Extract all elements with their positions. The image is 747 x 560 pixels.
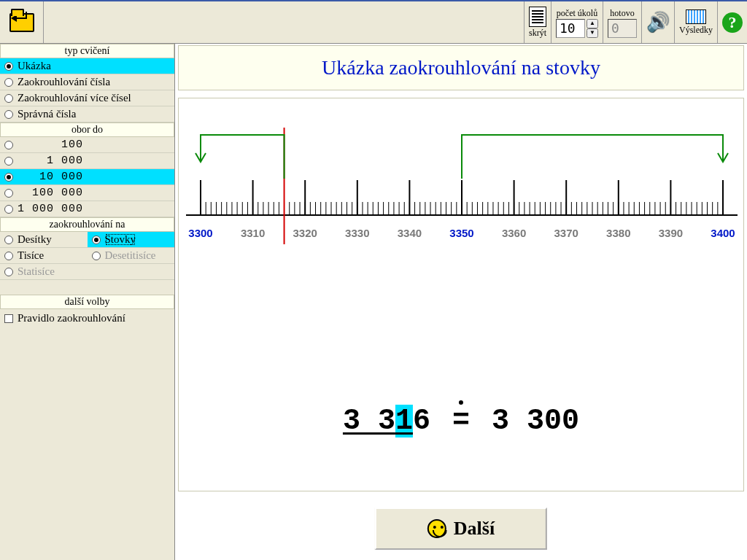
section-options-title: další volby <box>0 295 174 309</box>
barchart-icon <box>686 9 706 24</box>
section-range-title: obor do <box>0 122 174 137</box>
results-button[interactable]: Výsledky <box>674 1 717 43</box>
sidebar: typ cvičení UkázkaZaokrouhlování číslaZa… <box>0 44 175 560</box>
svg-text:3320: 3320 <box>293 227 317 239</box>
section-round-title: zaokrouhlování na <box>0 217 174 232</box>
radio-icon <box>4 141 13 149</box>
type-option-3[interactable]: Správná čísla <box>0 106 174 122</box>
range-option-1[interactable]: 1 000 <box>0 153 174 169</box>
radio-icon <box>92 252 101 260</box>
open-folder-button[interactable] <box>0 1 44 43</box>
checkbox-icon <box>4 314 13 323</box>
sound-button[interactable]: 🔊 <box>641 1 674 43</box>
round-hundreds[interactable]: Stovky <box>88 232 175 248</box>
round-label: Desetitisíce <box>105 249 156 262</box>
number-line-canvas: 3300331033203330334033503360337033803390… <box>178 98 744 491</box>
rounding-rule-checkbox[interactable]: Pravidlo zaokrouhlování <box>0 309 174 327</box>
range-option-label: 100 <box>18 139 83 151</box>
round-tens[interactable]: Desítky <box>0 232 88 248</box>
type-option-1[interactable]: Zaokrouhlování čísla <box>0 74 174 90</box>
range-option-4[interactable]: 1 000 000 <box>0 201 174 217</box>
radio-icon <box>4 78 13 87</box>
round-label: Desítky <box>18 233 52 246</box>
top-toolbar: skrýt počet úkolů ▲ ▼ hotovo 🔊 Výsledky … <box>0 0 747 44</box>
eq-highlight: 1 <box>395 405 413 438</box>
type-option-label: Zaokrouhlování více čísel <box>18 92 131 104</box>
radio-icon <box>4 157 13 166</box>
content-pane: Ukázka zaokrouhlování na stovky 33003310… <box>175 44 747 560</box>
radio-icon <box>4 236 13 244</box>
svg-text:3380: 3380 <box>606 227 630 239</box>
radio-icon <box>4 110 13 119</box>
done-label: hotovo <box>610 8 634 19</box>
task-count-down[interactable]: ▼ <box>587 28 598 38</box>
hide-label: skrýt <box>529 28 546 39</box>
svg-text:3400: 3400 <box>711 227 735 239</box>
help-button[interactable]: ? <box>717 1 747 43</box>
done-output <box>608 19 637 38</box>
round-label: Stovky <box>105 233 136 246</box>
round-thousands[interactable]: Tisíce <box>0 248 88 264</box>
round-label: Statisíce <box>18 265 55 278</box>
folder-up-icon <box>9 13 34 32</box>
radio-icon <box>4 173 13 182</box>
task-count-up[interactable]: ▲ <box>587 19 598 28</box>
range-option-2[interactable]: 10 000 <box>0 169 174 185</box>
rounding-rule-label: Pravidlo zaokrouhlování <box>18 312 125 324</box>
svg-text:3360: 3360 <box>502 227 526 239</box>
page-title: Ukázka zaokrouhlování na stovky <box>178 45 744 90</box>
round-label: Tisíce <box>18 249 44 262</box>
radio-icon <box>4 94 13 103</box>
range-option-label: 1 000 000 <box>18 203 83 215</box>
eq-post: 6 <box>413 405 430 438</box>
svg-text:3330: 3330 <box>345 227 369 239</box>
range-option-0[interactable]: 100 <box>0 137 174 153</box>
radio-icon <box>4 62 13 71</box>
svg-text:3390: 3390 <box>659 227 683 239</box>
svg-text:3310: 3310 <box>241 227 265 239</box>
help-icon: ? <box>722 12 743 33</box>
section-type-title: typ cvičení <box>0 44 174 58</box>
round-hundredthousands: Statisíce <box>0 264 88 280</box>
type-option-label: Ukázka <box>18 60 51 72</box>
next-label: Další <box>454 518 495 540</box>
approx-equals-icon: = <box>448 405 474 438</box>
type-option-label: Zaokrouhlování čísla <box>18 76 110 88</box>
done-cell: hotovo <box>603 1 641 43</box>
eq-pre: 3 3 <box>343 405 395 438</box>
type-option-0[interactable]: Ukázka <box>0 58 174 74</box>
radio-icon <box>4 189 13 198</box>
smiley-icon <box>427 519 446 538</box>
number-line-svg: 3300331033203330334033503360337033803390… <box>179 98 745 390</box>
range-option-label: 1 000 <box>18 155 83 167</box>
eq-result: 3 300 <box>492 405 579 438</box>
equation: 3 316 = 3 300 <box>343 405 579 438</box>
task-count-input[interactable] <box>556 19 585 38</box>
radio-icon <box>4 205 13 214</box>
svg-text:3300: 3300 <box>188 227 212 239</box>
spacer <box>44 1 524 43</box>
range-option-label: 10 000 <box>18 171 83 183</box>
hide-button[interactable]: skrýt <box>524 1 551 43</box>
type-option-2[interactable]: Zaokrouhlování více čísel <box>0 90 174 106</box>
svg-text:3370: 3370 <box>554 227 578 239</box>
results-label: Výsledky <box>679 25 713 36</box>
next-button[interactable]: Další <box>375 508 547 550</box>
radio-icon <box>4 268 13 276</box>
speaker-icon: 🔊 <box>646 11 670 34</box>
range-option-3[interactable]: 100 000 <box>0 185 174 201</box>
svg-text:3340: 3340 <box>398 227 422 239</box>
round-tenthousands: Desetitisíce <box>88 248 175 264</box>
task-count-label: počet úkolů <box>557 8 597 19</box>
range-option-label: 100 000 <box>18 187 83 199</box>
svg-text:3350: 3350 <box>449 227 473 239</box>
radio-icon <box>92 236 101 244</box>
document-icon <box>529 7 546 27</box>
type-option-label: Správná čísla <box>18 108 76 120</box>
task-count-cell: počet úkolů ▲ ▼ <box>551 1 603 43</box>
radio-icon <box>4 252 13 260</box>
